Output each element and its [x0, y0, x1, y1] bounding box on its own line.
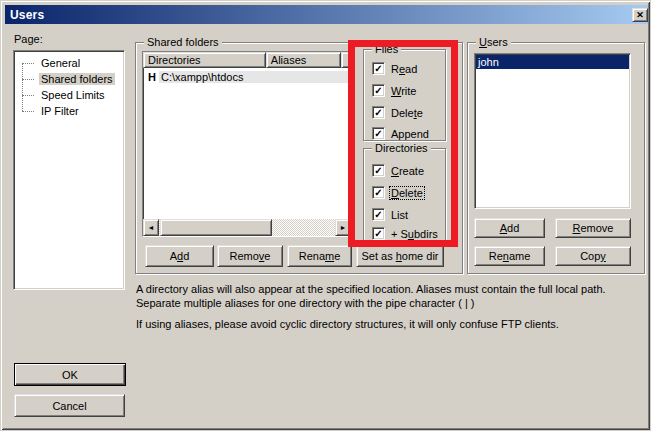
- scrollbar-track[interactable]: [272, 219, 335, 236]
- page-tree[interactable]: General Shared folders Speed Limits IP F…: [13, 50, 125, 290]
- checkbox-label: Append: [390, 128, 430, 140]
- folder-remove-button[interactable]: Remove: [217, 245, 283, 267]
- page-item-speed-limits[interactable]: Speed Limits: [14, 87, 124, 103]
- button-label: Copy: [580, 250, 606, 262]
- page-item-ip-filter[interactable]: IP Filter: [14, 103, 124, 119]
- tree-branch-icon: [22, 111, 34, 112]
- button-label: Add: [500, 222, 520, 234]
- page-label: Page:: [14, 33, 43, 45]
- files-group-title: Files: [372, 43, 401, 55]
- checkbox-file-delete[interactable]: ✓ Delete: [372, 106, 424, 119]
- tree-branch-icon: [22, 79, 34, 80]
- button-label: Rename: [299, 250, 341, 262]
- directories-listview[interactable]: Directories Aliases H C:\xampp\htdocs ◄ …: [142, 51, 352, 237]
- users-dialog: Users ✕ Page: General Shared folders Spe…: [0, 0, 651, 431]
- button-label: Remove: [573, 222, 614, 234]
- page-item-label: IP Filter: [39, 105, 81, 117]
- checkbox-checked-icon[interactable]: ✓: [372, 106, 385, 119]
- checkbox-checked-icon[interactable]: ✓: [372, 84, 385, 97]
- listview-header: Directories Aliases: [143, 52, 351, 68]
- checkbox-label: + Subdirs: [390, 228, 439, 240]
- column-header-directories[interactable]: Directories: [143, 52, 266, 68]
- button-label: Rename: [489, 250, 531, 262]
- checkbox-dir-delete[interactable]: ✓ Delete: [372, 186, 424, 199]
- set-as-home-dir-button[interactable]: Set as home dir: [356, 245, 444, 267]
- page-item-label: General: [39, 57, 82, 69]
- help-text: A directory alias will also appear at th…: [136, 282, 648, 338]
- user-add-button[interactable]: Add: [474, 218, 545, 238]
- page-item-shared-folders[interactable]: Shared folders: [14, 71, 124, 87]
- close-icon: ✕: [636, 10, 644, 20]
- directory-path: C:\xampp\htdocs: [159, 71, 351, 83]
- button-label: Add: [170, 250, 190, 262]
- checkbox-write[interactable]: ✓ Write: [372, 84, 417, 97]
- checkbox-label: Write: [390, 85, 417, 97]
- column-header-filler: [341, 52, 351, 68]
- page-item-label: Shared folders: [39, 73, 115, 85]
- help-paragraph-cyclic: If using aliases, please avoid cyclic di…: [136, 317, 648, 331]
- folder-rename-button[interactable]: Rename: [287, 245, 352, 267]
- directory-row[interactable]: H C:\xampp\htdocs: [143, 70, 351, 84]
- checkbox-checked-icon[interactable]: ✓: [372, 127, 385, 140]
- user-remove-button[interactable]: Remove: [555, 218, 631, 238]
- checkbox-subdirs[interactable]: ✓ + Subdirs: [372, 227, 439, 240]
- checkbox-checked-icon[interactable]: ✓: [372, 164, 385, 177]
- folder-add-button[interactable]: Add: [145, 245, 214, 267]
- users-group-title: Users: [476, 36, 511, 48]
- checkbox-label: List: [390, 209, 409, 221]
- home-dir-flag: H: [143, 71, 159, 83]
- checkbox-create[interactable]: ✓ Create: [372, 164, 425, 177]
- shared-folders-group-title: Shared folders: [144, 36, 222, 48]
- checkbox-label: Create: [390, 165, 425, 177]
- user-copy-button[interactable]: Copy: [555, 246, 631, 266]
- window-title: Users: [10, 8, 44, 22]
- scroll-right-icon: ►: [340, 224, 347, 231]
- scrollbar-thumb[interactable]: [160, 219, 272, 236]
- horizontal-scrollbar[interactable]: ◄ ►: [143, 219, 351, 236]
- titlebar[interactable]: Users: [5, 5, 648, 24]
- checkbox-list[interactable]: ✓ List: [372, 208, 409, 221]
- scroll-left-button[interactable]: ◄: [143, 219, 159, 236]
- page-item-general[interactable]: General: [14, 55, 124, 71]
- checkbox-label: Delete: [390, 107, 424, 119]
- checkbox-checked-icon[interactable]: ✓: [372, 186, 385, 199]
- checkbox-label: Delete: [390, 187, 424, 199]
- scroll-right-button[interactable]: ►: [335, 219, 351, 236]
- ok-button[interactable]: OK: [14, 363, 126, 386]
- users-group: Users john Add Remove Rename Copy: [467, 42, 645, 274]
- users-listbox[interactable]: john: [474, 53, 631, 209]
- button-label: Set as home dir: [361, 250, 438, 262]
- user-item-john[interactable]: john: [476, 55, 629, 69]
- button-label: Remove: [230, 250, 271, 262]
- files-permissions-group: Files ✓ Read ✓ Write ✓ Delete ✓ Append: [363, 49, 446, 141]
- tree-branch-icon: [22, 63, 34, 64]
- checkbox-label: Read: [390, 63, 418, 75]
- checkbox-checked-icon[interactable]: ✓: [372, 62, 385, 75]
- help-paragraph-aliases: A directory alias will also appear at th…: [136, 282, 648, 310]
- checkbox-checked-icon[interactable]: ✓: [372, 208, 385, 221]
- scroll-left-icon: ◄: [148, 224, 155, 231]
- user-rename-button[interactable]: Rename: [474, 246, 545, 266]
- checkbox-checked-icon[interactable]: ✓: [372, 227, 385, 240]
- close-button[interactable]: ✕: [632, 8, 648, 22]
- checkbox-append[interactable]: ✓ Append: [372, 127, 430, 140]
- directories-group-title: Directories: [372, 142, 431, 154]
- tree-branch-icon: [22, 95, 34, 96]
- directories-permissions-group: Directories ✓ Create ✓ Delete ✓ List ✓ +…: [363, 148, 446, 241]
- cancel-button[interactable]: Cancel: [14, 394, 125, 417]
- checkbox-read[interactable]: ✓ Read: [372, 62, 418, 75]
- page-item-label: Speed Limits: [39, 89, 107, 101]
- column-header-aliases[interactable]: Aliases: [266, 52, 341, 68]
